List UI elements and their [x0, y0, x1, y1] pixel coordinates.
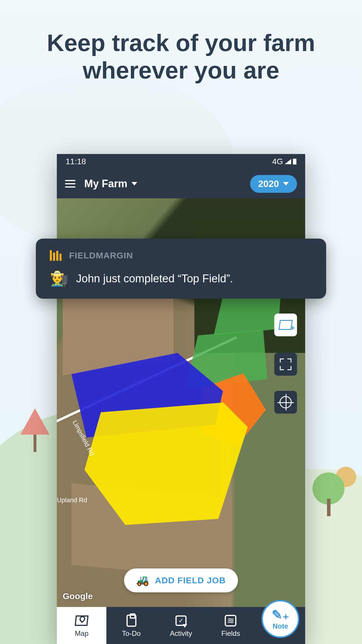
nav-label: Map — [75, 629, 89, 638]
locate-me-button[interactable] — [274, 391, 297, 414]
tree-decoration — [312, 473, 345, 505]
notification-header: FIELDMARGIN — [50, 250, 312, 261]
notification-brand: FIELDMARGIN — [69, 251, 133, 260]
chevron-down-icon — [283, 182, 289, 186]
nav-fields[interactable]: Fields — [206, 607, 255, 644]
note-fab[interactable]: ✎₊ Note — [261, 600, 299, 638]
add-field-job-button[interactable]: 🚜 ADD FIELD JOB — [124, 568, 238, 592]
clipboard-icon — [126, 615, 136, 627]
status-bar: 11:18 4G — [57, 154, 305, 169]
menu-icon[interactable] — [65, 180, 75, 188]
nav-label: Activity — [170, 629, 192, 638]
status-network: 4G — [272, 157, 283, 166]
farmer-emoji-icon: 👨‍🌾 — [50, 270, 68, 287]
farm-selector[interactable]: My Farm — [84, 178, 137, 190]
fields-icon — [225, 615, 236, 626]
brand-icon — [50, 250, 61, 261]
nav-activity[interactable]: Activity — [156, 607, 206, 644]
page-heading: Keep track of your farm wherever you are — [0, 29, 362, 84]
map-plus-icon — [279, 320, 293, 330]
farm-name: My Farm — [84, 178, 127, 190]
add-map-layer-button[interactable] — [274, 314, 297, 336]
signal-icon — [285, 159, 291, 164]
road-label: Upland Rd — [57, 496, 87, 504]
map-icon — [75, 615, 89, 626]
chevron-down-icon — [131, 182, 137, 186]
nav-label: To-Do — [122, 629, 141, 638]
phone-mock: 11:18 4G My Farm 2020 Limpsfield Rd — [57, 154, 305, 644]
notification-toast[interactable]: FIELDMARGIN 👨‍🌾 John just completed “Top… — [36, 239, 326, 299]
bottom-nav: Map To-Do Activity Fields ✎₊ Note — [57, 607, 305, 644]
pencil-plus-icon: ✎₊ — [272, 607, 289, 622]
status-right: 4G — [272, 157, 296, 166]
battery-icon — [293, 159, 296, 164]
tree-decoration — [20, 408, 50, 435]
notification-body: 👨‍🌾 John just completed “Top Field”. — [50, 270, 312, 287]
expand-button[interactable] — [274, 353, 297, 376]
nav-todo[interactable]: To-Do — [106, 607, 156, 644]
activity-icon — [175, 615, 187, 626]
map-attribution: Google — [63, 591, 93, 601]
nav-map[interactable]: Map — [57, 607, 106, 644]
note-label: Note — [273, 622, 288, 630]
expand-icon — [280, 358, 291, 370]
status-time: 11:18 — [66, 157, 86, 166]
year-value: 2020 — [258, 178, 279, 189]
notification-text: John just completed “Top Field”. — [76, 272, 233, 285]
add-job-label: ADD FIELD JOB — [155, 575, 226, 585]
nav-label: Fields — [221, 629, 240, 638]
app-header: My Farm 2020 — [57, 169, 305, 198]
year-selector[interactable]: 2020 — [250, 175, 297, 193]
tractor-icon: 🚜 — [136, 574, 150, 587]
target-icon — [280, 396, 292, 408]
nav-note[interactable]: ✎₊ Note — [256, 607, 305, 644]
